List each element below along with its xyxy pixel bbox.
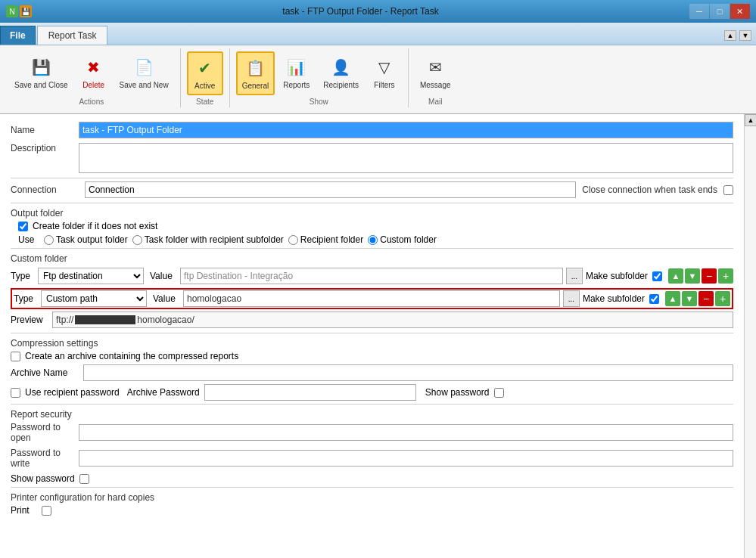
show-password-checkbox-1[interactable] [494, 388, 504, 398]
active-button[interactable]: ✔ Active [187, 51, 223, 95]
connection-input[interactable] [85, 181, 576, 198]
active-label: Active [194, 82, 215, 91]
custom-folder-row-2: Type Custom path Value ... Make subfolde… [11, 288, 733, 309]
general-icon: 📋 [243, 56, 267, 80]
cf-move-down-1[interactable]: ▼ [685, 268, 700, 284]
general-label: General [242, 82, 269, 91]
cf-type-label-2: Type [14, 293, 38, 304]
show-group-label: Show [236, 96, 402, 106]
save-close-button[interactable]: 💾 Save and Close [9, 51, 73, 94]
cf-makesubfolder-checkbox-1[interactable] [652, 271, 662, 281]
reports-button[interactable]: 📊 Reports [278, 51, 315, 94]
recipients-button[interactable]: 👤 Recipients [318, 51, 364, 94]
ribbon-group-show: 📋 General 📊 Reports 👤 Recipients ▽ Filte… [230, 48, 409, 107]
use-recipient-password-checkbox[interactable] [11, 388, 20, 398]
cf-value-label-2: Value [153, 293, 180, 304]
close-connection-checkbox[interactable] [723, 185, 733, 195]
preview-row: Preview ftp://homologacao/ [11, 312, 733, 328]
ribbon-scroll-down[interactable]: ▼ [739, 30, 751, 41]
minimize-button[interactable]: ─ [689, 4, 709, 19]
reports-label: Reports [283, 81, 310, 90]
report-security-section: Report security Password to open Passwor… [11, 409, 733, 484]
password-open-input[interactable] [79, 424, 733, 441]
active-icon: ✔ [193, 56, 217, 80]
create-archive-checkbox[interactable] [11, 352, 20, 361]
filters-icon: ▽ [372, 55, 397, 79]
divider-2 [11, 203, 733, 203]
name-label: Name [11, 125, 79, 135]
cf-remove-2[interactable]: − [698, 291, 714, 306]
archive-name-input[interactable] [83, 364, 733, 381]
cf-remove-1[interactable]: − [702, 268, 717, 284]
archive-password-input[interactable] [204, 384, 416, 401]
close-connection-label: Close connection when task ends [582, 184, 717, 195]
scroll-track[interactable] [745, 126, 756, 558]
close-button[interactable]: ✕ [730, 4, 750, 19]
password-open-row: Password to open [11, 422, 733, 443]
ribbon-scroll-up[interactable]: ▲ [724, 30, 736, 41]
tab-file[interactable]: File [0, 26, 36, 45]
cf-move-down-2[interactable]: ▼ [682, 291, 697, 306]
name-row: Name [11, 122, 733, 138]
use-custom[interactable]: Custom folder [368, 234, 437, 245]
divider-3 [11, 248, 733, 249]
message-icon: ✉ [423, 55, 447, 79]
archive-name-label: Archive Name [11, 367, 79, 378]
divider-6 [11, 487, 733, 488]
cf-value-input-2[interactable] [183, 290, 560, 307]
message-button[interactable]: ✉ Message [415, 51, 456, 94]
create-folder-checkbox[interactable] [18, 222, 28, 231]
custom-folder-row-1: Type Ftp destination Value ... Make subf… [11, 266, 733, 286]
preview-prefix: ftp:// [56, 315, 73, 325]
message-label: Message [420, 81, 451, 90]
use-task-recipient[interactable]: Task folder with recipient subfolder [132, 234, 284, 245]
compression-label: Compression settings [11, 338, 733, 349]
cf-makesubfolder-label-2: Make subfolder [583, 293, 645, 304]
cf-dots-button-2[interactable]: ... [563, 290, 580, 307]
cf-add-2[interactable]: + [715, 291, 730, 306]
print-checkbox[interactable] [42, 506, 51, 516]
cf-type-select-1[interactable]: Ftp destination [38, 268, 144, 284]
print-label: Print [11, 505, 37, 516]
cf-makesubfolder-checkbox-2[interactable] [649, 294, 659, 304]
preview-label: Preview [11, 315, 52, 325]
cf-dots-button-1[interactable]: ... [566, 268, 583, 284]
cf-move-up-2[interactable]: ▲ [665, 291, 680, 306]
scroll-up-button[interactable]: ▲ [745, 114, 756, 126]
cf-move-up-1[interactable]: ▲ [668, 268, 683, 284]
report-security-label: Report security [11, 409, 733, 420]
password-write-input[interactable] [79, 450, 733, 467]
divider-1 [11, 178, 733, 178]
cf-add-1[interactable]: + [718, 268, 733, 284]
description-label: Description [11, 143, 79, 153]
use-recipient[interactable]: Recipient folder [288, 234, 363, 245]
save-new-label: Save and New [120, 81, 169, 90]
preview-obscured [75, 315, 135, 324]
use-task-output[interactable]: Task output folder [44, 234, 128, 245]
filters-button[interactable]: ▽ Filters [367, 51, 402, 94]
delete-button[interactable]: ✖ Delete [76, 51, 111, 94]
save-new-button[interactable]: 📄 Save and New [114, 51, 174, 94]
create-folder-row: Create folder if it does not exist [18, 221, 733, 231]
show-password-label-2: Show password [11, 473, 75, 484]
ribbon-group-mail: ✉ Message Mail [409, 48, 462, 107]
cf-type-label-1: Type [11, 271, 35, 281]
scrollbar: ▲ ▼ [744, 114, 756, 558]
delete-icon: ✖ [82, 55, 106, 79]
cf-type-select-2[interactable]: Custom path [41, 290, 147, 307]
name-input[interactable] [79, 122, 733, 138]
cf-value-input-1[interactable] [180, 268, 563, 284]
general-button[interactable]: 📋 General [236, 51, 275, 95]
delete-label: Delete [82, 81, 104, 90]
ribbon-tabs: File Report Task ▲ ▼ [0, 23, 756, 45]
ribbon-group-state: ✔ Active State [181, 48, 230, 107]
form-area: Name Description Connection Close connec… [0, 114, 744, 558]
show-password-checkbox-2[interactable] [79, 474, 89, 484]
restore-button[interactable]: □ [710, 4, 730, 19]
tab-reporttask[interactable]: Report Task [37, 26, 108, 45]
preview-suffix: homologacao/ [137, 315, 194, 325]
description-row: Description [11, 143, 733, 173]
description-input[interactable] [79, 143, 733, 173]
divider-5 [11, 404, 733, 405]
show-password-label-1: Show password [425, 387, 490, 398]
